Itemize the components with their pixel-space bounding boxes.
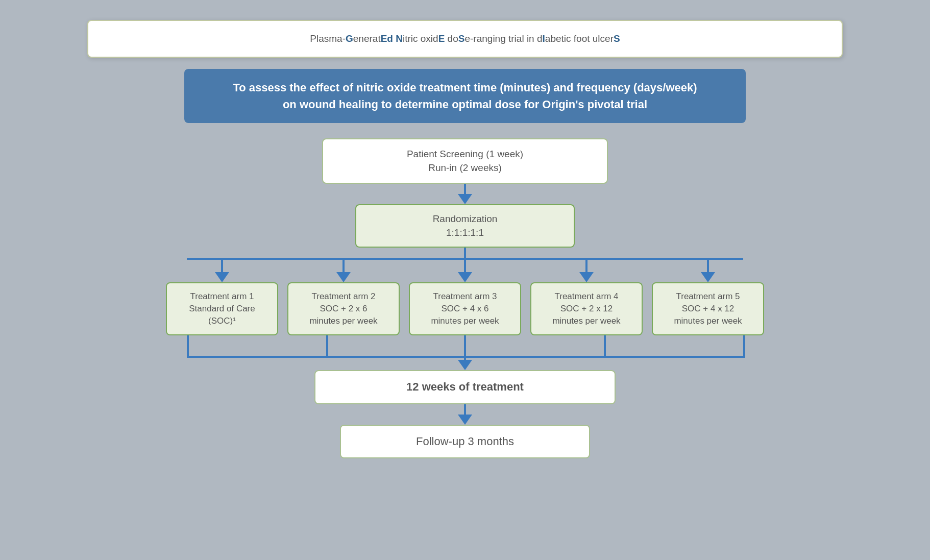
arm-col-1: Treatment arm 1 Standard of Care (SOC)¹ [166,258,278,335]
v-line-arm5 [707,258,709,272]
title-text: Plasma-GeneratEd Nitric oxidE doSe-rangi… [310,33,620,44]
arm1-line3: (SOC)¹ [175,315,269,327]
h-bar [187,258,743,260]
arm-col-4: Treatment arm 4 SOC + 2 x 12 minutes per… [530,258,643,335]
arrow-arm2 [336,272,351,282]
v-line-to-hbar [464,248,466,258]
screening-box: Patient Screening (1 week) Run-in (2 wee… [322,138,608,184]
arrow-down-2 [458,360,472,370]
v-line-arm1 [221,258,223,272]
arms-row: Treatment arm 1 Standard of Care (SOC)¹ … [87,258,843,335]
treatment-box-2: Treatment arm 2 SOC + 2 x 6 minutes per … [287,282,400,335]
arm5-line1: Treatment arm 5 [661,290,755,303]
arrow-arm3 [458,272,472,282]
h-bar-converge [187,356,743,358]
arm4-line2: SOC + 2 x 12 [540,303,633,315]
arrow-arm1 [215,272,229,282]
page-container: Plasma-GeneratEd Nitric oxidE doSe-rangi… [31,20,899,541]
arm2-line2: SOC + 2 x 6 [297,303,390,315]
objective-line2: on wound healing to determine optimal do… [215,96,715,113]
arm3-line3: minutes per week [418,315,512,327]
v-converge-arm1 [187,335,189,358]
v-converge-arm5 [743,335,745,358]
flowchart: Patient Screening (1 week) Run-in (2 wee… [87,138,843,458]
treatment-box-5: Treatment arm 5 SOC + 4 x 12 minutes per… [652,282,764,335]
arm3-line2: SOC + 4 x 6 [418,303,512,315]
followup-box: Follow-up 3 months [340,425,590,459]
v-line-arm3-down [464,335,466,358]
arrow-to-weeks [458,358,472,370]
h-spread-line-container [87,248,843,258]
arrow-down-3 [458,415,472,425]
v-line-3 [464,404,466,415]
treatment-box-1: Treatment arm 1 Standard of Care (SOC)¹ [166,282,278,335]
objective-box: To assess the effect of nitric oxide tre… [184,69,746,123]
randomization-label: Randomization [377,212,553,226]
v-line-arm3 [464,258,466,272]
title-box: Plasma-GeneratEd Nitric oxidE doSe-rangi… [87,20,843,58]
v-converge-arm2 [326,335,328,358]
objective-line1: To assess the effect of nitric oxide tre… [215,79,715,96]
v-converge-arm4 [604,335,606,358]
v-line-arm4 [585,258,588,272]
v-line-1 [464,184,466,194]
arm5-line3: minutes per week [661,315,755,327]
treatment-box-3: Treatment arm 3 SOC + 4 x 6 minutes per … [409,282,521,335]
screening-line1: Patient Screening (1 week) [344,148,586,161]
arrow-screening-to-random [458,184,472,204]
arm1-line1: Treatment arm 1 [175,290,269,303]
arm2-line3: minutes per week [297,315,390,327]
arm5-line2: SOC + 4 x 12 [661,303,755,315]
arm2-line1: Treatment arm 2 [297,290,390,303]
arm1-line2: Standard of Care [175,303,269,315]
followup-label: Follow-up 3 months [361,434,569,450]
arm3-line1: Treatment arm 3 [418,290,512,303]
arm-col-5: Treatment arm 5 SOC + 4 x 12 minutes per… [652,258,764,335]
arrow-to-followup [458,404,472,425]
converge-container [87,335,843,358]
arrow-down-1 [458,194,472,204]
weeks-label: 12 weeks of treatment [336,379,594,395]
arm4-line1: Treatment arm 4 [540,290,633,303]
randomization-ratio: 1:1:1:1:1 [377,226,553,240]
arm-col-2: Treatment arm 2 SOC + 2 x 6 minutes per … [287,258,400,335]
screening-line2: Run-in (2 weeks) [344,161,586,175]
arm-col-3: Treatment arm 3 SOC + 4 x 6 minutes per … [409,258,521,335]
treatment-box-4: Treatment arm 4 SOC + 2 x 12 minutes per… [530,282,643,335]
arrow-arm5 [701,272,715,282]
arrow-arm4 [579,272,594,282]
arm4-line3: minutes per week [540,315,633,327]
randomization-box: Randomization 1:1:1:1:1 [355,204,575,248]
weeks-box: 12 weeks of treatment [314,370,616,404]
v-line-arm2 [342,258,345,272]
